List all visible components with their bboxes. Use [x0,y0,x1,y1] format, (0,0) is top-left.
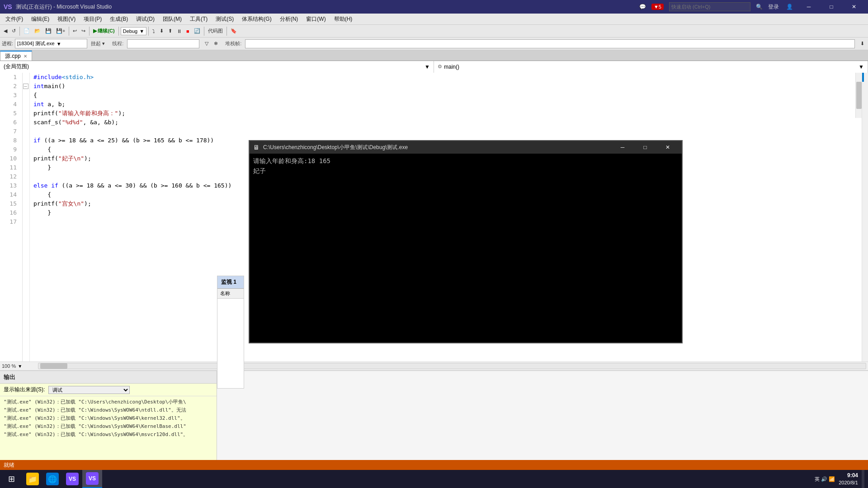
output-line-4: "测试.exe" (Win32)：已加载 "C:\Windows\SysWOW6… [4,422,213,431]
line-num-17: 17 [0,217,19,226]
tb-sep2 [69,27,69,36]
horizontal-scrollbar[interactable] [38,363,866,369]
h-scroll-thumb[interactable] [40,363,67,369]
menu-build[interactable]: 生成(B) [106,14,132,24]
line-num-16: 16 [0,208,19,217]
step-out-btn[interactable]: ⬆ [166,27,174,35]
taskbar-edge[interactable]: 🌐 [42,470,62,488]
output-source-label: 显示输出来源(S): [4,386,45,394]
scope-right-dropdown[interactable]: ⚙ main() ▼ [434,61,868,73]
bookmark-btn[interactable]: 🔖 [229,27,239,35]
chevron-down-icon: ▼ [139,28,144,34]
login-text[interactable]: 登录 [768,3,779,11]
menu-view[interactable]: 视图(V) [54,14,79,24]
taskbar-clock[interactable]: 9:04 2020/8/1 [839,472,858,486]
taskbar-vs-installer[interactable]: VS [62,470,82,488]
stack-dropdown[interactable] [245,39,855,48]
title-left: VS 测试(正在运行) - Microsoft Visual Studio [4,3,112,11]
expand-stack-btn[interactable]: ⬇ [859,40,866,47]
menu-window[interactable]: 窗口(W) [302,14,329,24]
menu-help[interactable]: 帮助(H) [330,14,356,24]
pause-btn[interactable]: ⏸ [175,28,184,35]
thread-dropdown[interactable] [127,39,199,48]
watch-float-header: 监视 1 [217,276,244,289]
step-over-btn[interactable]: ⤵ [151,28,157,35]
bottom-scrollbar-area: 100 % ▼ [0,361,868,371]
line-num-15: 15 [0,199,19,208]
minimize-button[interactable]: ─ [798,0,819,14]
filter-badge[interactable]: ▼5 [651,4,664,10]
hang-btn[interactable]: 挂起 ▾ [89,39,107,48]
notification-icon[interactable]: 💬 [639,4,646,10]
console-minimize[interactable]: ─ [612,141,633,154]
taskbar-vs[interactable]: VS [82,470,102,488]
fold-15 [23,199,29,208]
scrollbar-thumb[interactable] [856,82,862,109]
output-content: "测试.exe" (Win32)：已加载 "C:\Users\chenzhico… [0,396,217,470]
menu-arch[interactable]: 体系结构(G) [238,14,275,24]
continue-btn[interactable]: ▶ 继续(C) [91,27,116,35]
watch-content[interactable] [217,299,244,388]
process-chevron-icon: ▼ [57,41,61,47]
console-line-2: 妃子 [253,167,678,175]
tab-close-icon[interactable]: ✕ [24,54,27,59]
menu-team[interactable]: 团队(M) [159,14,185,24]
menu-test[interactable]: 测试(S) [212,14,237,24]
quick-launch-input[interactable] [669,2,750,11]
watch-float-panel: 监视 1 名称 [217,276,244,389]
fold-btn-2[interactable]: ─ [23,84,28,89]
menu-project[interactable]: 项目(P) [80,14,105,24]
menu-debug[interactable]: 调试(D) [132,14,158,24]
watch-col-header: 名称 [217,289,244,299]
close-button[interactable]: ✕ [844,0,864,14]
new-file-btn[interactable]: 📄 [22,27,32,35]
console-close[interactable]: ✕ [657,141,678,154]
line-num-11: 11 [0,163,19,172]
save-all-btn[interactable]: 💾+ [54,27,67,35]
undo-btn[interactable]: ↩ [71,27,79,35]
redo-btn[interactable]: ↪ [80,27,87,35]
main-toolbar: ◀ ↺ 📄 📂 💾 💾+ ↩ ↪ ▶ 继续(C) Debug ▼ ⤵ ⬇ ⬆ ⏸… [0,25,868,38]
line-num-6: 6 [0,118,19,127]
title-controls: 💬 ▼5 🔍 登录 👤 ─ □ ✕ [639,0,864,14]
watch-col-name: 名称 [220,290,230,297]
refresh-btn[interactable]: ↺ [10,27,18,35]
zoom-control[interactable]: 100 % ▼ [0,363,36,369]
start-button[interactable]: ⊞ [0,470,23,488]
filter-threads-btn[interactable]: ▽ [203,40,210,47]
save-btn[interactable]: 💾 [43,27,53,35]
back-btn[interactable]: ◀ [2,27,9,35]
process-dropdown[interactable]: [18304] 测试.exe ▼ [15,39,87,48]
menu-file[interactable]: 文件(F) [2,14,27,24]
right-scrollbar[interactable] [855,73,862,118]
fold-2[interactable]: ─ [23,82,29,91]
line-num-14: 14 [0,190,19,199]
account-icon[interactable]: 👤 [786,4,793,10]
stop-btn[interactable]: ■ [184,28,191,35]
console-path: C:\Users\chenzhicong\Desktop\小甲鱼\测试\Debu… [263,144,408,151]
freeze-thread-btn[interactable]: ❄ [212,40,220,47]
zoom-chevron[interactable]: ▼ [18,364,22,369]
tb-sep6 [204,27,204,36]
output-panel: 输出 显示输出来源(S): 调试 "测试.exe" (Win32)：已加载 "C… [0,371,217,470]
search-icon[interactable]: 🔍 [756,4,763,10]
taskbar-explorer[interactable]: 📁 [23,470,42,488]
tab-source-cpp[interactable]: 源.cpp ✕ [0,51,32,61]
console-maximize[interactable]: □ [635,141,656,154]
code-graph-btn[interactable]: 代码图 [206,27,225,35]
menu-analyze[interactable]: 分析(N) [276,14,302,24]
restart-btn[interactable]: 🔄 [192,27,202,35]
debug-mode-dropdown[interactable]: Debug ▼ [121,27,146,35]
scope-left-dropdown[interactable]: (全局范围) ▼ [0,61,434,73]
maximize-button[interactable]: □ [821,0,842,14]
console-title-left: 🖥 C:\Users\chenzhicong\Desktop\小甲鱼\测试\De… [253,144,408,151]
line-num-7: 7 [0,127,19,136]
line-num-3: 3 [0,91,19,100]
menu-tools[interactable]: 工具(T) [186,14,211,24]
menu-edit[interactable]: 编辑(E) [28,14,53,24]
code-line-4: int a, b; [30,100,855,109]
step-in-btn[interactable]: ⬇ [158,27,165,35]
open-btn[interactable]: 📂 [33,27,42,35]
show-desktop-btn[interactable] [862,470,864,488]
output-source-select[interactable]: 调试 [48,386,130,394]
